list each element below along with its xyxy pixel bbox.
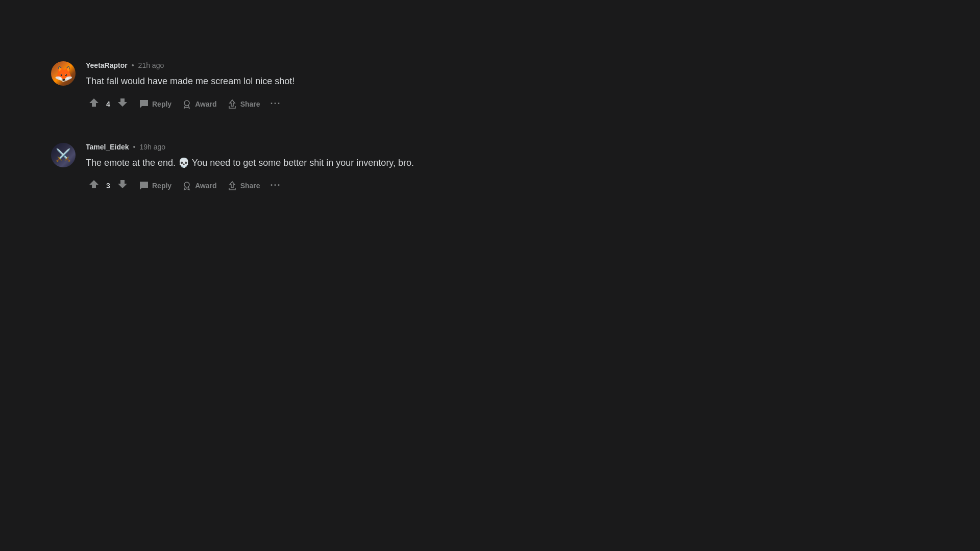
comments-container: YeetaRaptor • 21h ago That fall would ha… — [0, 0, 980, 194]
share-button[interactable]: Share — [223, 178, 264, 194]
share-label: Share — [240, 182, 260, 190]
more-button[interactable]: ··· — [266, 95, 285, 112]
more-button[interactable]: ··· — [266, 177, 285, 194]
comment-body: Tamel_Eidek • 19h ago The emote at the e… — [86, 143, 414, 194]
vote-count: 3 — [104, 182, 112, 190]
avatar — [51, 143, 76, 167]
share-label: Share — [240, 100, 260, 108]
comment-header: Tamel_Eidek • 19h ago — [86, 143, 414, 151]
award-icon — [182, 181, 192, 191]
vote-section: 4 — [86, 95, 131, 112]
award-icon — [182, 99, 192, 109]
vote-count: 4 — [104, 100, 112, 108]
timestamp: 21h ago — [138, 61, 164, 69]
upvote-button[interactable] — [86, 177, 102, 194]
award-button[interactable]: Award — [178, 96, 221, 112]
reply-icon — [139, 181, 149, 191]
share-icon — [227, 181, 237, 191]
svg-point-1 — [184, 182, 189, 187]
svg-point-0 — [184, 101, 189, 106]
downvote-button[interactable] — [114, 95, 131, 112]
share-icon — [227, 99, 237, 109]
upvote-icon — [89, 97, 99, 108]
comment-item: YeetaRaptor • 21h ago That fall would ha… — [51, 61, 980, 112]
vote-section: 3 — [86, 177, 131, 194]
share-button[interactable]: Share — [223, 96, 264, 112]
reply-button[interactable]: Reply — [135, 96, 176, 112]
downvote-icon — [117, 97, 128, 108]
separator: • — [132, 61, 134, 69]
downvote-button[interactable] — [114, 177, 131, 194]
comment-item: Tamel_Eidek • 19h ago The emote at the e… — [51, 143, 980, 194]
comment-text: The emote at the end. 💀 You need to get … — [86, 156, 414, 170]
upvote-button[interactable] — [86, 95, 102, 112]
reply-button[interactable]: Reply — [135, 178, 176, 194]
comment-actions: 4 Reply — [86, 95, 295, 112]
upvote-icon — [89, 179, 99, 189]
comment-body: YeetaRaptor • 21h ago That fall would ha… — [86, 61, 295, 112]
username: Tamel_Eidek — [86, 143, 129, 151]
separator: • — [133, 143, 136, 151]
reply-icon — [139, 99, 149, 109]
comment-actions: 3 Reply — [86, 177, 414, 194]
reply-label: Reply — [152, 100, 172, 108]
username: YeetaRaptor — [86, 61, 128, 69]
comment-text: That fall would have made me scream lol … — [86, 74, 295, 88]
award-button[interactable]: Award — [178, 178, 221, 194]
award-label: Award — [195, 182, 217, 190]
timestamp: 19h ago — [139, 143, 165, 151]
comment-header: YeetaRaptor • 21h ago — [86, 61, 295, 69]
reply-label: Reply — [152, 182, 172, 190]
award-label: Award — [195, 100, 217, 108]
downvote-icon — [117, 179, 128, 189]
avatar — [51, 61, 76, 86]
